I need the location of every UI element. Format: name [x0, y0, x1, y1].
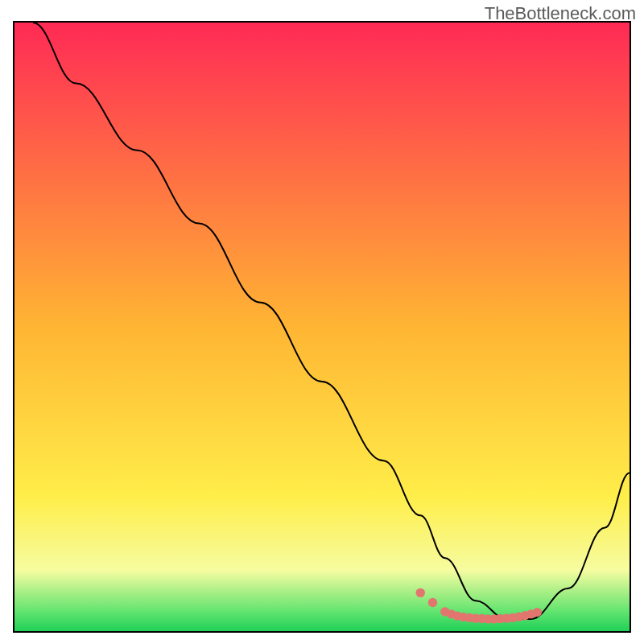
chart-svg — [14, 23, 630, 631]
highlight-dot — [416, 588, 425, 597]
chart-frame — [13, 21, 631, 633]
highlight-dot — [533, 608, 542, 617]
chart-background — [14, 23, 630, 631]
highlight-dot — [428, 598, 437, 607]
watermark-text: TheBottleneck.com — [485, 3, 636, 24]
